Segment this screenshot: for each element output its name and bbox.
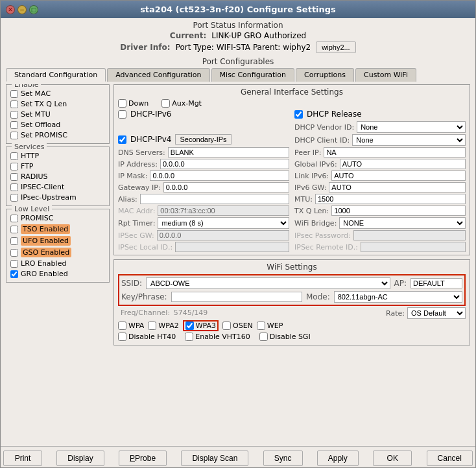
ufo-enabled-row: UFO Enabled [10, 236, 105, 246]
disable-sgi-checkbox[interactable] [259, 333, 268, 341]
maximize-button[interactable]: □ [29, 5, 38, 14]
ipv6-gw-input[interactable] [329, 182, 466, 193]
set-mtu-checkbox[interactable] [10, 111, 18, 119]
gateway-input[interactable] [163, 182, 289, 193]
ap-input[interactable] [411, 278, 462, 288]
driver-value: Port Type: WIFI-STA Parent: wiphy2 [176, 43, 311, 52]
ip-mask-input[interactable] [150, 170, 289, 181]
osen-checkbox[interactable] [222, 322, 231, 330]
disable-ht40-row: Disable HT40 [118, 333, 176, 341]
tso-enabled-label: TSO Enabled [21, 224, 70, 234]
peer-ip-label: Peer IP: [294, 148, 321, 157]
ipsec-password-row: IPsec Password: [294, 230, 466, 240]
ipsec-upstream-checkbox[interactable] [10, 194, 18, 202]
wpa-checkbox[interactable] [118, 322, 126, 330]
ftp-checkbox[interactable] [10, 163, 18, 170]
http-checkbox[interactable] [10, 152, 18, 160]
wifi-settings-title: WiFi Settings [118, 263, 466, 272]
keyphrase-input[interactable] [171, 292, 302, 302]
promisc-row: PROMISC [10, 214, 105, 222]
wep-label: WEP [267, 322, 283, 330]
tso-enabled-checkbox[interactable] [10, 226, 18, 233]
set-mac-checkbox[interactable] [10, 90, 18, 98]
tx-q-len-input[interactable] [331, 205, 466, 216]
wpa2-label: WPA2 [158, 322, 178, 330]
apply-button[interactable]: Apply [317, 450, 359, 466]
peer-ip-input[interactable] [324, 147, 466, 158]
set-offload-checkbox[interactable] [10, 121, 18, 129]
dhcp-release-row: DHCP Release [294, 110, 466, 119]
mtu-input[interactable] [315, 194, 466, 204]
ok-button[interactable]: OK [373, 450, 412, 466]
alias-input[interactable] [140, 194, 289, 204]
print-button[interactable]: Print [3, 450, 42, 466]
tab-advanced[interactable]: Advanced Configuration [107, 68, 209, 82]
enable-vht160-checkbox[interactable] [185, 333, 193, 341]
driver-label: Driver Info: [120, 43, 170, 52]
down-checkbox[interactable] [118, 99, 126, 108]
set-mtu-row: Set MTU [10, 110, 105, 119]
general-settings-title: General Interface Settings [118, 88, 466, 97]
gro-enabled-checkbox[interactable] [10, 270, 18, 278]
dhcp-client-select[interactable]: None [352, 134, 466, 146]
close-button[interactable]: ✕ [6, 5, 15, 14]
ssid-select[interactable]: ABCD-OWE [146, 277, 390, 289]
gso-enabled-checkbox[interactable] [10, 249, 18, 257]
dhcp-release-checkbox[interactable] [294, 110, 303, 119]
title-bar: ✕ − □ sta204 (ct523-3n-f20) Configure Se… [1, 1, 475, 18]
ipsec-client-row: IPSEC-Client [10, 183, 105, 191]
wifi-bridge-select[interactable]: NONE [339, 217, 466, 229]
wpa3-label: WPA3 [196, 322, 216, 330]
minimize-button[interactable]: − [18, 5, 27, 14]
ipsec-remote-input [361, 242, 466, 252]
disable-ht40-checkbox[interactable] [118, 333, 126, 341]
gateway-label: Gateway IP: [118, 183, 161, 192]
ht40-row: Disable HT40 Enable VHT160 Disable SGI [118, 333, 466, 341]
keyphrase-label: Key/Phrase: [121, 292, 167, 301]
link-ipv6-input[interactable] [331, 170, 466, 181]
tab-misc[interactable]: Misc Configuration [211, 68, 294, 82]
display-button[interactable]: Display [56, 450, 104, 466]
ufo-enabled-checkbox[interactable] [10, 237, 18, 245]
aux-mgt-checkbox[interactable] [161, 99, 170, 108]
wpa2-checkbox[interactable] [148, 322, 156, 330]
current-value: LINK-UP GRO Authorized [211, 31, 306, 40]
ipsec-client-checkbox[interactable] [10, 183, 18, 191]
display-scan-button[interactable]: Display Scan [181, 450, 248, 466]
peer-ip-row: Peer IP: [294, 147, 466, 158]
set-mac-row: Set MAC [10, 89, 105, 98]
alias-row: Alias: [118, 194, 289, 204]
disable-ht40-label: Disable HT40 [128, 333, 176, 341]
wiphy-button[interactable]: wiphy2... [316, 41, 355, 53]
ip-mask-row: IP Mask: [118, 170, 289, 181]
dhcp-ipv4-checkbox[interactable] [118, 135, 126, 144]
rpt-timer-select[interactable]: medium (8 s) [158, 217, 289, 229]
window-title: sta204 (ct523-3n-f20) Configure Settings [140, 5, 336, 14]
dhcp-vendor-select[interactable]: None [357, 121, 466, 133]
wpa3-checkbox[interactable] [185, 322, 194, 330]
tab-custom-wifi[interactable]: Custom WiFi [355, 68, 416, 82]
global-ipv6-input[interactable] [340, 159, 466, 169]
dns-input[interactable] [168, 147, 289, 158]
cancel-button[interactable]: Cancel [427, 450, 473, 466]
set-promisc-checkbox[interactable] [10, 132, 18, 139]
ipsec-local-row: IPSec Local ID.: [118, 242, 289, 252]
secondary-ips-button[interactable]: Secondary-IPs [175, 134, 231, 145]
set-tx-q-len-checkbox[interactable] [10, 100, 18, 108]
ip-address-input[interactable] [160, 159, 289, 169]
sync-button[interactable]: Sync [263, 450, 303, 466]
mac-addr-input [158, 205, 289, 216]
radius-row: RADIUS [10, 172, 105, 181]
mode-select[interactable]: 802.11abgn-AC [334, 291, 462, 303]
promisc-checkbox[interactable] [10, 215, 18, 222]
radius-checkbox[interactable] [10, 173, 18, 181]
link-ipv6-row: Link IPv6: [294, 170, 466, 181]
probe-button[interactable]: PProbe [119, 450, 167, 466]
wep-checkbox[interactable] [257, 322, 265, 330]
window-buttons[interactable]: ✕ − □ [6, 5, 38, 14]
rate-select[interactable]: OS Default [407, 307, 466, 319]
tab-corruptions[interactable]: Corruptions [296, 68, 354, 82]
tab-standard[interactable]: Standard Configuration [6, 68, 106, 82]
dhcp-ipv6-checkbox[interactable] [118, 110, 126, 119]
lro-enabled-checkbox[interactable] [10, 260, 18, 268]
